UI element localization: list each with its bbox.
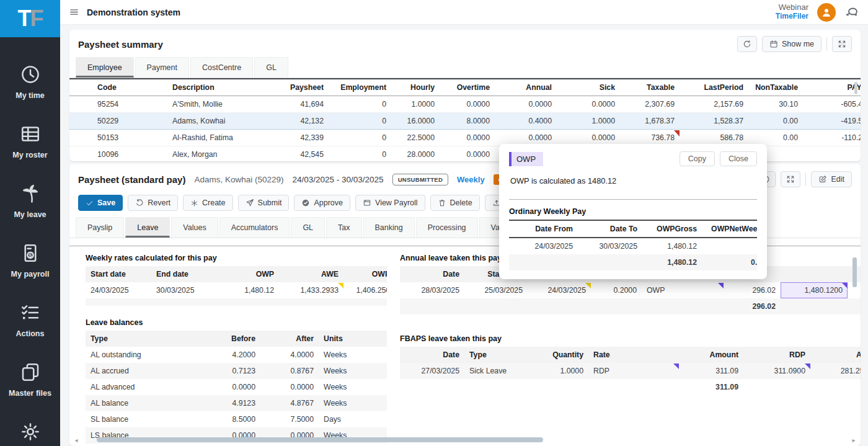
edit-button[interactable]: Edit: [811, 171, 852, 187]
sidebar-item-my-payroll[interactable]: $ My payroll: [0, 242, 60, 279]
column-header[interactable]: Annual: [495, 79, 557, 96]
tab-values[interactable]: Values: [171, 217, 218, 238]
table-row[interactable]: AL accrued0.71230.8767Weeks: [86, 363, 387, 379]
column-header[interactable]: Units: [319, 331, 371, 347]
column-header[interactable]: PAYE: [803, 79, 861, 96]
table-row[interactable]: 296.02: [400, 298, 861, 314]
table-row[interactable]: 95254A'Smith, Mollie41,69401.00000.00000…: [69, 96, 861, 113]
cell[interactable]: [631, 363, 679, 379]
expand-button[interactable]: [781, 171, 800, 187]
cell[interactable]: 1,433.2933: [279, 282, 343, 298]
horizontal-scrollbar[interactable]: ◂ ▸: [73, 436, 857, 444]
column-header[interactable]: Type: [464, 347, 530, 363]
current-user[interactable]: Webinar TimeFiler: [776, 3, 808, 21]
cell[interactable]: 1,480.1200: [781, 282, 848, 298]
table-row[interactable]: AL advanced0.00000.0000Weeks: [86, 379, 387, 395]
cell[interactable]: 311.0900: [743, 363, 810, 379]
table-row[interactable]: 28/03/202525/03/202524/03/20250.2000OWP2…: [400, 282, 861, 298]
column-header[interactable]: Start date: [86, 266, 151, 282]
chat-icon[interactable]: [844, 5, 859, 20]
column-header[interactable]: Rate: [588, 347, 631, 363]
app-logo[interactable]: TF: [0, 0, 60, 37]
cell[interactable]: [681, 282, 724, 298]
fullscreen-button[interactable]: [832, 36, 852, 52]
column-header[interactable]: LastPeriod: [680, 79, 748, 96]
tab-costcentre[interactable]: CostCentre: [190, 57, 253, 78]
save-button[interactable]: Save: [78, 195, 123, 211]
refresh-button[interactable]: [737, 36, 757, 52]
sidebar-item-my-roster[interactable]: My roster: [0, 123, 60, 159]
tab-employee[interactable]: Employee: [76, 57, 134, 78]
copy-button[interactable]: Copy: [680, 151, 715, 166]
show-me-button[interactable]: Show me: [762, 36, 822, 52]
column-header[interactable]: Description: [167, 79, 246, 96]
column-header[interactable]: After: [260, 331, 319, 347]
tab-gl[interactable]: GL: [291, 217, 325, 238]
column-header[interactable]: OWP: [222, 266, 279, 282]
column-header[interactable]: [631, 347, 679, 363]
column-header[interactable]: Hourly: [391, 79, 440, 96]
cell[interactable]: 1,406.2500: [343, 282, 387, 298]
scroll-left-arrow[interactable]: ◂: [73, 437, 79, 444]
annual-vertical-scrollbar[interactable]: [852, 257, 857, 287]
column-header[interactable]: NonTaxable: [748, 79, 803, 96]
column-header[interactable]: RDP: [743, 347, 810, 363]
column-header[interactable]: Date: [400, 266, 464, 282]
column-header[interactable]: Date To: [578, 220, 642, 238]
revert-button[interactable]: Revert: [128, 195, 178, 211]
column-header[interactable]: Sick: [557, 79, 620, 96]
scrollbar-thumb[interactable]: [97, 437, 543, 442]
sidebar-item-actions[interactable]: Actions: [0, 301, 60, 338]
column-header[interactable]: Paysheet: [246, 79, 329, 96]
hamburger-menu-icon[interactable]: [69, 7, 79, 17]
summary-vertical-scrollbar[interactable]: [854, 82, 857, 94]
column-header[interactable]: OWPGross: [642, 220, 702, 238]
sidebar-item-master-files[interactable]: Master files: [0, 361, 60, 398]
sidebar-item-my-time[interactable]: My time: [0, 63, 60, 100]
table-row[interactable]: 27/03/2025Sick Leave1.0000RDP311.09311.0…: [400, 363, 861, 379]
sidebar-item-my-leave[interactable]: My leave: [0, 182, 60, 219]
submit-button[interactable]: Submit: [238, 195, 290, 211]
column-header[interactable]: End date: [151, 266, 222, 282]
sidebar-item-configuration[interactable]: Configuration: [0, 421, 60, 446]
tab-payment[interactable]: Payment: [135, 57, 189, 78]
create-button[interactable]: Create: [183, 195, 233, 211]
table-row[interactable]: 24/03/202530/03/20251,480.121,433.29331,…: [86, 282, 387, 298]
column-header[interactable]: OWPNetWeeks: [702, 220, 757, 238]
table-row[interactable]: SL balance8.50007.5000Days0.00: [86, 411, 387, 427]
frequency-label[interactable]: Weekly: [457, 175, 485, 184]
tab-leave[interactable]: Leave: [125, 217, 170, 238]
table-row[interactable]: AL balance4.91234.8767Weeks7,123.53: [86, 395, 387, 411]
tab-gl[interactable]: GL: [254, 57, 288, 78]
cell[interactable]: 24/03/2025: [528, 282, 591, 298]
tab-processing[interactable]: Processing: [416, 217, 478, 238]
table-row[interactable]: 311.09: [400, 379, 861, 395]
approve-button[interactable]: Approve: [294, 195, 350, 211]
cell[interactable]: 281.2500: [810, 363, 861, 379]
table-row[interactable]: 1,480.120.00: [509, 254, 757, 270]
cell[interactable]: 7,123.53: [371, 395, 387, 411]
column-header[interactable]: ADP: [810, 347, 861, 363]
column-header[interactable]: Before: [204, 331, 260, 347]
column-header[interactable]: Employment: [329, 79, 391, 96]
tab-payslip[interactable]: Payslip: [76, 217, 124, 238]
view-payroll-button[interactable]: View Payroll: [355, 195, 425, 211]
scroll-right-arrow[interactable]: ▸: [851, 437, 857, 444]
delete-button[interactable]: Delete: [430, 195, 480, 211]
tab-banking[interactable]: Banking: [363, 217, 415, 238]
column-header[interactable]: AWE: [279, 266, 343, 282]
column-header[interactable]: OWP4: [343, 266, 387, 282]
avatar[interactable]: [817, 3, 836, 22]
column-header[interactable]: Quantity: [530, 347, 588, 363]
table-row[interactable]: AL outstanding4.20004.0000Weeks: [86, 347, 387, 363]
column-header[interactable]: Code: [69, 79, 167, 96]
column-header[interactable]: Overtime: [440, 79, 495, 96]
table-row[interactable]: 50229Adams, Kowhai42,132016.00008.00000.…: [69, 113, 861, 130]
tab-accumulators[interactable]: Accumulators: [219, 217, 290, 238]
column-header[interactable]: Liability: [371, 331, 387, 347]
column-header[interactable]: Type: [86, 331, 204, 347]
column-header[interactable]: [781, 266, 848, 282]
column-header[interactable]: Date From: [509, 220, 578, 238]
close-button[interactable]: Close: [720, 151, 757, 166]
table-row[interactable]: [86, 298, 387, 306]
